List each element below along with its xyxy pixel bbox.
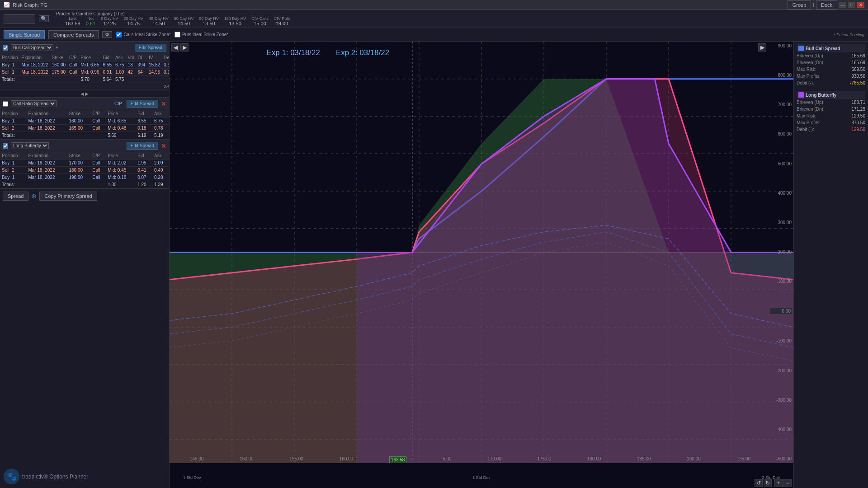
calls-ideal-label: Calls Ideal Strike Zone*: [123, 32, 171, 37]
rp-butterfly-brkeven-dn: Brkeven (Dn): 171.29: [797, 107, 865, 112]
x-label-190: 190.00: [687, 456, 701, 463]
bull-call-spread-header: Bull Call Spread ▼ Edit Spread: [0, 42, 169, 54]
call-ratio-title: Call Ratio Spread: [11, 100, 112, 107]
hv20-label: 20 Day HV: [124, 16, 144, 21]
long-butterfly-dropdown[interactable]: Long Butterfly: [11, 142, 49, 149]
minimize-button[interactable]: —: [839, 2, 846, 8]
rp-bull-call-name: Bull Call Spread: [806, 46, 840, 51]
add-spread-button[interactable]: ⊕: [31, 192, 37, 200]
rp-butterfly-brkeven-up: Brkeven (Up): 188.71: [797, 100, 865, 105]
search-button[interactable]: 🔍: [39, 15, 49, 22]
std-dev-bar: 1 Std Dev 1 Std Dev 2 Std Dev: [170, 475, 793, 480]
x-label-185: 185.00: [637, 456, 651, 463]
puts-ideal-checkbox[interactable]: [175, 32, 180, 38]
x-label-145: 145.00: [190, 456, 204, 463]
bottom-buttons: Spread ⊕ Copy Primary Spread: [0, 189, 169, 203]
totals-row: Totals: 5.70 5.64 5.75: [0, 76, 170, 83]
rp-brkeven-up-value: 165.69: [851, 53, 865, 58]
col-strike: Strike: [50, 54, 68, 61]
bull-call-spread-table: Position Expiration Strike C/P Price Bid…: [0, 54, 170, 90]
hv60-label: 60 Day HV: [174, 16, 194, 21]
hv60-value: 14.50: [178, 21, 190, 26]
long-butterfly-checkbox[interactable]: [3, 143, 8, 149]
settings-gear-button[interactable]: ⚙: [102, 31, 112, 38]
chart-area: Exp 1: 03/18/22 Exp 2: 03/18/22 163.58 1…: [170, 42, 793, 488]
copy-primary-spread-button[interactable]: Copy Primary Spread: [39, 192, 97, 201]
logo-symbol: 🐾: [7, 472, 17, 482]
expand-right2-button[interactable]: ▶: [758, 43, 766, 52]
col-vol: Vol: [126, 54, 136, 61]
call-ratio-spread-header: Call Ratio Spread CIP Edit Spread ✕: [0, 98, 169, 110]
calls-ideal-checkbox-label[interactable]: Calls Ideal Strike Zone*: [116, 32, 171, 38]
symbol-input[interactable]: PG: [4, 14, 35, 23]
expand-arrows-right: ▶: [758, 43, 766, 52]
call-ratio-dropdown[interactable]: Call Ratio Spread: [11, 100, 57, 107]
x-label-175: 175.00: [537, 456, 551, 463]
call-ratio-close-button[interactable]: ✕: [161, 100, 166, 108]
rp-bull-call-brkeven-dn: Brkeven (Dn): 165.69: [797, 60, 865, 65]
calls-ideal-checkbox[interactable]: [116, 32, 122, 38]
dock-button[interactable]: Dock: [816, 0, 837, 9]
expand-arrows: ◀ ▶: [171, 43, 189, 52]
zoom-in-button[interactable]: +: [774, 479, 783, 487]
maximize-button[interactable]: □: [848, 2, 855, 8]
long-butterfly-edit-button[interactable]: Edit Spread: [127, 142, 158, 150]
spread-button[interactable]: Spread: [3, 192, 28, 201]
symbol-info: Procter & Gamble Company (The) Last 163.…: [56, 11, 290, 26]
bull-call-spread-dropdown[interactable]: Bull Call Spread: [11, 44, 53, 51]
bull-call-edit-button[interactable]: Edit Spread: [135, 44, 166, 52]
x-label-160: 160.00: [340, 456, 354, 463]
net-value: 0.61: [86, 21, 95, 26]
x-axis: 145.00 150.00 155.00 160.00 163.58 5.00 …: [170, 456, 771, 463]
expand-right-button[interactable]: ▶: [180, 43, 189, 52]
right-info-panel: Bull Call Spread Brkeven (Up): 165.69 Br…: [793, 42, 868, 488]
table-row: Sell 2 Mar 18, 2022 165.00 Call Mid: 0.4…: [0, 125, 169, 132]
bull-call-spread-section: Bull Call Spread ▼ Edit Spread Position …: [0, 42, 169, 90]
hv5-value: 12.25: [104, 21, 116, 26]
scroll-right-button[interactable]: ↻: [764, 479, 772, 487]
patent-text: * Patent Pending: [834, 33, 864, 37]
compare-spreads-button[interactable]: Compare Spreads: [48, 30, 99, 39]
y-label-600: 600.00: [770, 131, 792, 136]
long-butterfly-header: Long Butterfly Edit Spread ✕: [0, 140, 169, 152]
close-button[interactable]: ✕: [857, 2, 864, 8]
bull-call-spread-title: Bull Call Spread ▼: [11, 44, 132, 51]
col-bid: Bid: [101, 54, 113, 61]
col-position: Position: [0, 54, 20, 61]
scroll-left-button[interactable]: ↺: [755, 479, 763, 487]
call-ratio-checkbox[interactable]: [3, 101, 8, 107]
x-label-current: 163.58: [389, 456, 407, 463]
totals-row: Totals: 1.30 1.20 1.39: [0, 181, 169, 188]
rp-butterfly-brkeven-dn-label: Brkeven (Dn):: [797, 107, 825, 112]
collapse-arrow[interactable]: ◀ ▶: [0, 90, 169, 98]
x-label-155: 155.00: [289, 456, 303, 463]
bull-call-spread-checkbox[interactable]: [3, 45, 8, 51]
totals-row: Totals: 5.69 6.19 5.19: [0, 132, 169, 139]
std-dev-right: 1 Std Dev: [472, 475, 491, 480]
rp-butterfly-max-risk-label: Max Risk:: [797, 113, 816, 118]
chart-svg: Exp 1: 03/18/22 Exp 2: 03/18/22 163.58: [170, 42, 793, 463]
bull-call-color-bar: [798, 46, 804, 51]
single-spread-button[interactable]: Single Spread: [4, 30, 45, 39]
hv90-value: 13.50: [203, 21, 215, 26]
window-title: Risk Graph: PG: [13, 2, 47, 8]
spread-dropdown-arrow: ▼: [55, 46, 59, 50]
rp-butterfly-debit-label: Debit (-):: [797, 127, 814, 132]
settings-bar: Single Spread Compare Spreads ⚙ Calls Id…: [0, 28, 868, 42]
net-label: Net: [87, 16, 94, 21]
hv45-value: 14.50: [152, 21, 165, 26]
puts-ideal-checkbox-label[interactable]: Puts Ideal Strike Zone*: [175, 32, 228, 38]
zoom-out-button[interactable]: −: [783, 479, 792, 487]
long-butterfly-section: Long Butterfly Edit Spread ✕ Position Ex…: [0, 140, 169, 189]
y-label-neg400: -400.00: [770, 427, 792, 432]
y-label-neg300: -300.00: [770, 398, 792, 403]
group-button[interactable]: Group: [788, 0, 811, 9]
rp-butterfly-brkeven-dn-value: 171.29: [851, 107, 865, 112]
table-row: Sell 1 Mar 18, 2022 175.00 Call Mid: 0.9…: [0, 69, 170, 76]
hv90-label: 90 Day HV: [199, 16, 219, 21]
col-ask: Ask: [113, 54, 126, 61]
long-butterfly-close-button[interactable]: ✕: [161, 142, 166, 150]
expand-left-button[interactable]: ◀: [171, 43, 179, 52]
call-ratio-edit-button[interactable]: Edit Spread: [127, 100, 158, 108]
rp-butterfly-debit: Debit (-): -129.50: [797, 127, 865, 132]
